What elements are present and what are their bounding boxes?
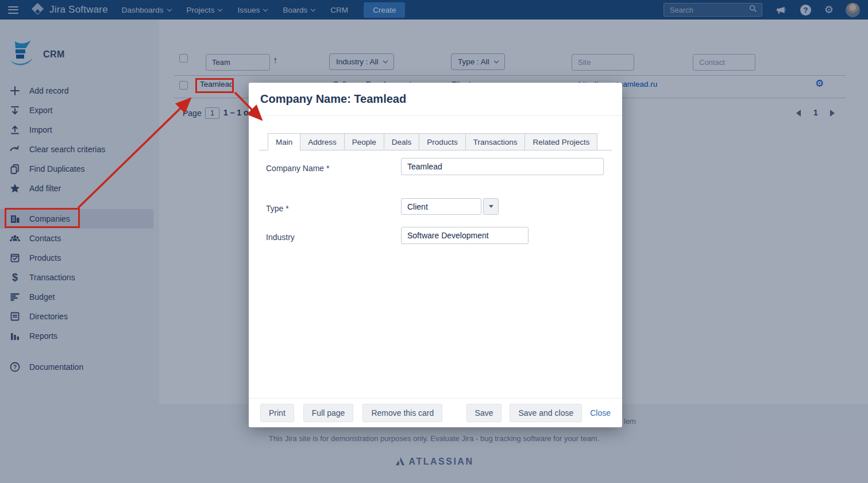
type-select[interactable]: Client <box>401 198 481 215</box>
close-link[interactable]: Close <box>590 408 611 418</box>
tab-people[interactable]: People <box>344 133 384 150</box>
full-page-button[interactable]: Full page <box>303 404 354 422</box>
print-button[interactable]: Print <box>260 404 294 422</box>
company-name-label: Company Name * <box>266 164 330 173</box>
modal-header: Company Name: Teamlead <box>249 83 622 116</box>
industry-input[interactable] <box>401 227 528 244</box>
company-name-input[interactable] <box>401 158 604 175</box>
triangle-down-icon <box>489 205 493 208</box>
tab-transactions[interactable]: Transactions <box>465 133 526 150</box>
type-label: Type * <box>266 204 289 213</box>
modal-footer: Print Full page Remove this card Save Sa… <box>249 398 622 427</box>
remove-card-button[interactable]: Remove this card <box>362 404 442 422</box>
save-and-close-button[interactable]: Save and close <box>510 404 582 422</box>
type-select-arrow-button[interactable] <box>483 198 499 215</box>
jira-crm-screen: Jira Software Dashboards Projects Issues… <box>0 0 868 483</box>
save-button[interactable]: Save <box>466 404 502 422</box>
tab-address[interactable]: Address <box>300 133 345 150</box>
industry-label: Industry <box>266 233 295 242</box>
modal-tabs: Main Address People Deals Products Trans… <box>259 133 612 150</box>
tab-related-projects[interactable]: Related Projects <box>524 133 597 150</box>
tab-deals[interactable]: Deals <box>384 133 420 150</box>
company-card-modal: Company Name: Teamlead Main Address Peop… <box>249 83 622 427</box>
tab-products[interactable]: Products <box>419 133 465 150</box>
tab-main[interactable]: Main <box>268 133 300 150</box>
modal-title: Company Name: Teamlead <box>260 92 406 106</box>
